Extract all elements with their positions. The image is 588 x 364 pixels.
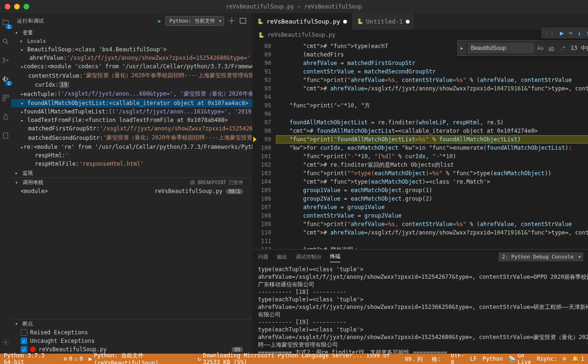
extensions-icon[interactable] — [0, 92, 11, 104]
debug-console-icon[interactable] — [239, 17, 247, 24]
debug-sidebar: 运行和调试 Python: 当前文件 ▾变量 ▾Locals ▸Beautifu… — [11, 13, 252, 354]
tab-bar: 🐍reVsBeautifulSoup.py 🐍Untitled-1 ▶ ⋯ — [252, 13, 588, 30]
svg-rect-6 — [6, 95, 8, 97]
terminal-selector[interactable]: 2: Python Debug Console — [499, 252, 583, 261]
watch-section[interactable]: ▸监视 — [11, 169, 252, 178]
statusbar: Python 3.7.3 64-bit ⊘ 0 ⚠ 0 ▶ Python: 当前… — [0, 354, 588, 364]
checkbox-icon[interactable] — [21, 329, 27, 336]
test-icon[interactable] — [0, 111, 11, 122]
variables-section[interactable]: ▾变量 — [11, 28, 252, 37]
callstack-frame[interactable]: <module> reVsBeautifulSoup.py 99:1 — [11, 187, 252, 195]
svg-point-10 — [231, 20, 233, 22]
checkbox-icon[interactable]: ✓ — [21, 338, 27, 344]
window-title: reVsBeautifulSoup.py — reVsBeautifulSoup — [226, 3, 362, 10]
callstack-section[interactable]: ▾调用堆栈因 BREAKPOINT 已暂停 — [11, 178, 252, 187]
variable-row[interactable]: ▾foundAllMatchObjectList<callable_iterat… — [11, 99, 252, 107]
explorer-icon[interactable]: 1 — [0, 17, 11, 28]
svg-point-0 — [3, 39, 7, 43]
variable-row[interactable]: respHtmlFile'responseHtml.html' — [11, 160, 252, 168]
variables-list: ▸BeautifulSoup<class 'bs4.BeautifulSoup'… — [11, 45, 252, 169]
step-over-button[interactable]: ↷ — [569, 29, 572, 37]
search-icon[interactable] — [0, 36, 11, 47]
debug-toolbar: ⋮⋮ ▶ ↷ ↓ ↑ ↻ ■ — [541, 27, 588, 39]
variable-row[interactable]: ▸eachTuple('/xsglxt/f/jyxt/anon...680&ty… — [11, 89, 252, 99]
line-gutter: 8889909192939495969798991001011021031041… — [252, 40, 276, 249]
svg-rect-5 — [3, 95, 5, 97]
search-widget: ▸ Aa ab .* 13 中的 1 ↑ ↓ ≡ ✕ — [457, 40, 588, 56]
variable-row[interactable]: ▸foundAllMatchedTupleList[('/xsglxt/f/jy… — [11, 107, 252, 116]
match-word-icon[interactable]: ab — [547, 45, 556, 52]
maximize-window-button[interactable] — [24, 4, 29, 9]
editor-area: 🐍reVsBeautifulSoup.py 🐍Untitled-1 ▶ ⋯ 🐍r… — [252, 13, 588, 354]
download-status[interactable]: ↻ Downloading Microsoft Python Language … — [198, 352, 399, 364]
variable-row[interactable]: ▸loadTextFromFile<function loadTextFromF… — [11, 116, 252, 124]
svg-rect-11 — [240, 18, 246, 24]
step-into-button[interactable]: ↓ — [577, 29, 581, 37]
svg-rect-8 — [3, 133, 8, 138]
regex-icon[interactable]: .* — [558, 45, 567, 52]
debug-header: 运行和调试 Python: 当前文件 — [11, 13, 252, 28]
svg-point-1 — [3, 58, 5, 59]
bottom-panel: 问题 输出 调试控制台 终端 2: Python Debug Console ＋… — [252, 249, 588, 354]
variable-row[interactable]: ▸codecs<module 'codecs' from '/usr/local… — [11, 62, 252, 71]
variable-row[interactable]: curIdx19 — [11, 81, 252, 89]
search-expand-icon[interactable]: ▸ — [458, 40, 466, 56]
debug-settings-icon[interactable] — [228, 17, 235, 24]
bp-uncaught-exceptions[interactable]: ✓Uncaught Exceptions — [11, 337, 252, 345]
variable-row[interactable]: ▸BeautifulSoup<class 'bs4.BeautifulSoup'… — [11, 45, 252, 54]
variable-row[interactable]: matchedFirstGroupStr'/xsglxt/f/jyxt/anon… — [11, 124, 252, 133]
settings-icon[interactable] — [0, 337, 11, 348]
python-version[interactable]: Python 3.7.3 64-bit — [4, 352, 58, 364]
debug-config-dropdown[interactable]: Python: 当前文件 — [165, 16, 224, 26]
variable-row[interactable]: contentStrValue'蒙玺投资（量化）2020年春季校园招聘----上… — [11, 71, 252, 81]
search-input[interactable] — [468, 43, 534, 53]
drag-handle-icon[interactable]: ⋮⋮ — [544, 30, 555, 36]
locals-section[interactable]: ▾Locals — [11, 37, 252, 45]
debug-icon[interactable]: 1 — [0, 73, 11, 85]
variable-row[interactable]: ahrefValue'/xsglxt/f/jyxt/anony/showZwxx… — [11, 54, 252, 62]
continue-button[interactable]: ▶ — [560, 29, 564, 37]
bookmark-icon[interactable] — [0, 130, 11, 141]
close-window-button[interactable] — [5, 4, 10, 9]
run-target[interactable]: ▶ Python: 当前文件 (reVsBeautifulSoup) — [89, 352, 192, 364]
python-file-icon: 🐍 — [258, 32, 265, 38]
breakpoint-dot-icon — [30, 347, 36, 352]
svg-point-3 — [7, 60, 8, 61]
step-out-button[interactable]: ↑ — [586, 29, 588, 37]
panel-tab-problems[interactable]: 问题 — [258, 251, 268, 262]
variable-row[interactable]: ▸re<module 're' from '/usr/local/Cellar/… — [11, 143, 252, 151]
svg-point-9 — [5, 341, 7, 343]
breakpoints-section[interactable]: ▾断点 — [11, 319, 252, 328]
debug-header-title: 运行和调试 — [17, 17, 44, 24]
panel-tab-debug-console[interactable]: 调试控制台 — [296, 251, 322, 262]
callstack-section-wrap: ▾调用堆栈因 BREAKPOINT 已暂停 <module> reVsBeaut… — [11, 178, 252, 195]
breadcrumb[interactable]: 🐍reVsBeautifulSoup.py — [252, 30, 588, 40]
terminal-output[interactable]: type(eachTuple)=<class 'tuple'> ahrefVal… — [252, 264, 588, 354]
panel-tab-terminal[interactable]: 终端 — [330, 251, 340, 262]
panel-tabs: 问题 输出 调试控制台 终端 2: Python Debug Console ＋… — [252, 250, 588, 264]
code-editor[interactable]: 8889909192939495969798991001011021031041… — [252, 40, 588, 249]
minimize-window-button[interactable] — [14, 4, 20, 9]
python-file-icon: 🐍 — [257, 18, 264, 24]
variable-row[interactable]: respHtml' — [11, 151, 252, 160]
breakpoints-section-wrap: ▾断点 Raised Exceptions ✓Uncaught Exceptio… — [11, 319, 252, 354]
tab-revsbeautifulsoup[interactable]: 🐍reVsBeautifulSoup.py — [252, 13, 352, 30]
match-case-icon[interactable]: Aa — [536, 45, 545, 52]
traffic-lights — [5, 4, 29, 9]
dirty-indicator-icon — [343, 20, 347, 24]
search-status: 13 中的 1 — [571, 44, 588, 52]
bp-raised-exceptions[interactable]: Raised Exceptions — [11, 328, 252, 337]
problems-status[interactable]: ⊘ 0 ⚠ 0 — [64, 356, 83, 362]
python-file-icon: 🐍 — [357, 18, 363, 24]
dirty-indicator-icon — [406, 20, 410, 24]
svg-rect-7 — [3, 98, 5, 101]
scm-icon[interactable] — [0, 55, 11, 66]
activity-bar: 1 1 — [0, 13, 11, 354]
svg-point-2 — [3, 62, 5, 63]
tab-untitled[interactable]: 🐍Untitled-1 — [352, 13, 415, 30]
panel-tab-output[interactable]: 输出 — [277, 251, 287, 262]
variable-row[interactable]: matchedSecondGroupStr'蒙玺投资（量化）2020年春季校园招… — [11, 133, 252, 143]
code-body[interactable]: "cmt"># "func">type(eachT (matchedFirs a… — [276, 40, 588, 249]
titlebar: reVsBeautifulSoup.py — reVsBeautifulSoup — [0, 0, 588, 13]
checkbox-icon[interactable]: ✓ — [21, 346, 27, 353]
